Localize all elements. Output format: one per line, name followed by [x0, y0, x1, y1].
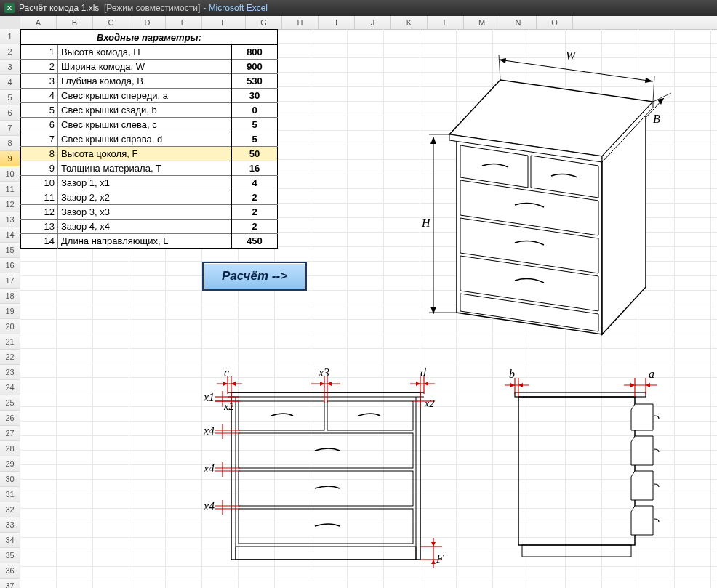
- dim-x4-1: x4: [204, 424, 215, 438]
- svg-rect-36: [236, 547, 416, 560]
- param-row[interactable]: 14Длина направляющих, L450: [21, 234, 278, 249]
- svg-line-2: [499, 55, 500, 80]
- svg-marker-5: [645, 78, 653, 83]
- dim-x2-right: x2: [425, 398, 434, 410]
- dim-B: B: [653, 113, 660, 126]
- svg-line-3: [653, 76, 654, 102]
- svg-marker-70: [424, 382, 428, 386]
- front-elevation-drawing: c x3 d x1 x2 x2 x4 x4 x4 F: [202, 371, 449, 581]
- svg-marker-67: [320, 382, 324, 386]
- param-row[interactable]: 4Свес крышки спереди, a30: [21, 89, 278, 103]
- dim-x4-2: x4: [204, 462, 215, 475]
- svg-marker-7: [657, 98, 664, 105]
- svg-marker-19: [460, 256, 598, 311]
- svg-rect-34: [239, 471, 413, 506]
- svg-line-6: [613, 98, 664, 153]
- svg-marker-86: [510, 383, 515, 387]
- svg-marker-87: [518, 383, 523, 387]
- dim-b: b: [509, 368, 515, 381]
- svg-marker-11: [457, 138, 602, 334]
- dim-x3: x3: [319, 366, 329, 379]
- svg-rect-26: [231, 392, 420, 560]
- svg-marker-72: [431, 560, 436, 564]
- svg-line-1: [499, 60, 653, 81]
- svg-rect-32: [327, 401, 413, 430]
- svg-rect-74: [518, 397, 635, 545]
- svg-marker-88: [630, 383, 635, 387]
- param-row[interactable]: 10Зазор 1, x14: [21, 176, 278, 190]
- svg-marker-69: [416, 382, 420, 386]
- svg-marker-22: [430, 137, 436, 144]
- svg-marker-0: [449, 80, 653, 156]
- dim-d: d: [420, 366, 426, 379]
- cells-grid[interactable]: Входные параметры: 1Высота комода, H8002…: [20, 29, 717, 588]
- svg-marker-20: [460, 294, 598, 331]
- svg-marker-4: [499, 58, 506, 63]
- svg-marker-66: [231, 382, 236, 386]
- svg-rect-31: [239, 401, 324, 430]
- param-row[interactable]: 3Глубина комода, B530: [21, 74, 278, 89]
- svg-line-9: [653, 93, 671, 102]
- param-row[interactable]: 13Зазор 4, x42: [21, 220, 278, 234]
- svg-rect-79: [522, 545, 631, 557]
- param-row[interactable]: 11Зазор 2, x22: [21, 190, 278, 205]
- svg-marker-16: [531, 156, 598, 198]
- worksheet[interactable]: ABCDEFGHIJKLMNO 123456789101112131415161…: [0, 16, 717, 588]
- param-row[interactable]: 7Свес крышки справа, d5: [21, 132, 278, 147]
- param-row[interactable]: 8Высота цоколя, F50: [21, 147, 278, 161]
- column-headers[interactable]: ABCDEFGHIJKLMNO: [0, 16, 717, 30]
- params-table[interactable]: Входные параметры: 1Высота комода, H8002…: [20, 29, 278, 249]
- svg-marker-12: [602, 113, 646, 334]
- param-row[interactable]: 1Высота комода, H800: [21, 45, 278, 60]
- svg-marker-15: [460, 145, 528, 188]
- dim-H: H: [422, 217, 430, 230]
- svg-line-10: [602, 156, 620, 158]
- svg-marker-75: [631, 404, 653, 430]
- dim-x2-left: x2: [224, 401, 233, 413]
- svg-marker-68: [327, 382, 332, 386]
- svg-marker-14: [602, 102, 653, 162]
- compat-mode: [Режим совместимости]: [104, 3, 200, 13]
- dim-a: a: [649, 368, 654, 381]
- param-row[interactable]: 6Свес крышки слева, c5: [21, 118, 278, 132]
- side-elevation-drawing: b a: [478, 371, 675, 581]
- svg-marker-76: [631, 436, 653, 465]
- titlebar: X Расчёт комода 1.xls [Режим совместимос…: [0, 0, 717, 16]
- svg-rect-35: [239, 509, 413, 544]
- row-headers[interactable]: 1234567891011121314151617181920212223242…: [0, 29, 20, 588]
- svg-marker-89: [646, 383, 650, 387]
- svg-marker-17: [460, 180, 598, 235]
- calculate-label: Расчёт -->: [222, 269, 287, 283]
- excel-icon: X: [4, 3, 15, 13]
- param-row[interactable]: 9Толщина материала, T16: [21, 161, 278, 176]
- app-name: - Microsoft Excel: [203, 3, 268, 13]
- isometric-drawing: W B H: [420, 44, 689, 334]
- param-row[interactable]: 5Свес крышки сзади, b0: [21, 103, 278, 118]
- svg-marker-65: [223, 382, 228, 386]
- svg-rect-33: [239, 433, 413, 468]
- dim-W: W: [566, 49, 575, 63]
- svg-marker-78: [631, 506, 653, 535]
- file-name: Расчёт комода 1.xls: [19, 3, 99, 13]
- svg-marker-71: [431, 542, 436, 547]
- dim-F: F: [436, 552, 444, 565]
- svg-marker-23: [430, 307, 436, 314]
- svg-marker-77: [631, 471, 653, 500]
- dim-x1: x1: [204, 391, 215, 404]
- svg-marker-18: [460, 218, 598, 273]
- param-row[interactable]: 2Ширина комода, W900: [21, 60, 278, 74]
- svg-rect-73: [515, 392, 646, 397]
- svg-marker-8: [613, 146, 620, 153]
- calculate-button[interactable]: Расчёт -->: [202, 262, 307, 291]
- dim-c: c: [224, 366, 229, 379]
- svg-marker-13: [449, 134, 602, 162]
- dim-x4-3: x4: [204, 500, 215, 513]
- params-header: Входные параметры:: [21, 30, 278, 45]
- param-row[interactable]: 12Зазор 3, x32: [21, 205, 278, 220]
